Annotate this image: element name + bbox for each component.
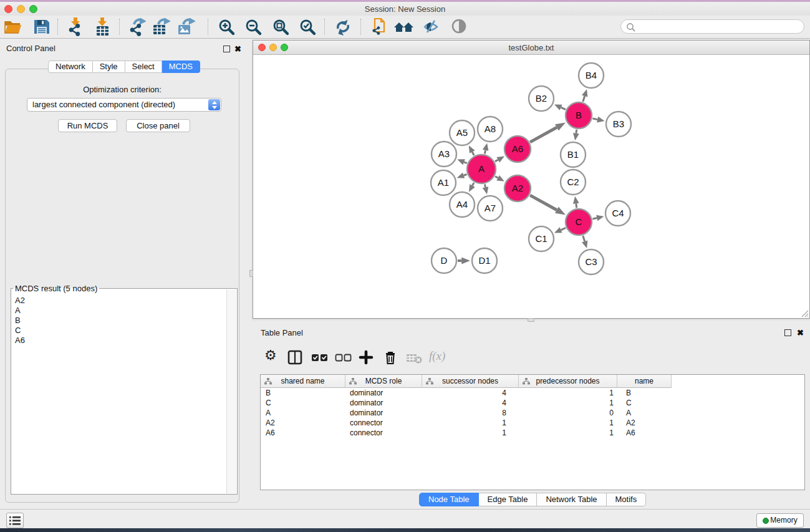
resize-grip-icon[interactable]: [801, 309, 809, 317]
zoom-out-icon[interactable]: [244, 17, 263, 36]
graph-edge-A-A6[interactable]: [495, 160, 498, 162]
export-image-icon[interactable]: [177, 17, 196, 36]
app-titlebar[interactable]: Session: New Session: [0, 2, 810, 16]
graph-edge-arrowhead: [483, 143, 489, 150]
graph-edge-A-A3[interactable]: [464, 162, 467, 163]
search-input[interactable]: [620, 19, 804, 34]
hide-graphics-details-icon[interactable]: [422, 17, 441, 36]
table-row[interactable]: Adominator80A: [261, 409, 804, 418]
memory-button[interactable]: Memory: [756, 513, 804, 528]
graph-edge-A-A5[interactable]: [472, 152, 474, 155]
zoom-fit-icon[interactable]: [271, 17, 290, 36]
mcds-result-item[interactable]: C: [12, 326, 226, 336]
window-resize-handle-bottom[interactable]: [528, 318, 534, 322]
graph-edge-A-A7[interactable]: [485, 184, 485, 187]
deselect-all-icon[interactable]: [335, 349, 351, 365]
graph-edge-B-B3[interactable]: [592, 118, 597, 120]
graph-edge-B-B1[interactable]: [576, 130, 577, 133]
table-panel-close-button[interactable]: ✖: [797, 328, 804, 337]
tab-select[interactable]: Select: [125, 60, 162, 73]
cell-shared-name: C: [261, 399, 345, 409]
network-window-titlebar[interactable]: testGlobe.txt: [253, 41, 809, 55]
import-table-icon[interactable]: [94, 17, 112, 36]
table-row[interactable]: Cdominator41C: [261, 399, 804, 409]
graph-edge-A6-B[interactable]: [530, 127, 557, 142]
task-history-button[interactable]: [6, 513, 24, 528]
column-header-name[interactable]: name: [617, 375, 672, 388]
mcds-result-item[interactable]: B: [12, 316, 226, 326]
mcds-result-list[interactable]: A2ABCA6: [12, 289, 226, 493]
graph-edge-arrowhead: [597, 117, 604, 123]
refresh-icon[interactable]: [334, 17, 352, 36]
graph-edge-C-C2[interactable]: [576, 203, 577, 208]
graph-edge-A-A2[interactable]: [495, 177, 498, 178]
mcds-result-scrollbar[interactable]: [226, 289, 236, 493]
cell-predecessor-nodes: 0: [519, 409, 617, 418]
graph-edge-C-C4[interactable]: [592, 218, 597, 220]
show-graphics-details-icon[interactable]: [450, 17, 469, 36]
zoom-selected-icon[interactable]: [298, 17, 317, 36]
network-from-file-icon[interactable]: [370, 17, 388, 36]
graph-edge-A2-C[interactable]: [530, 195, 557, 210]
control-panel-close-button[interactable]: ✖: [234, 44, 241, 54]
graph-node-label-C4: C4: [612, 208, 624, 218]
export-network-icon[interactable]: [128, 17, 147, 36]
column-header-successor-nodes[interactable]: successor nodes: [422, 375, 519, 388]
tab-motifs[interactable]: Motifs: [607, 493, 647, 506]
mcds-result-item[interactable]: A: [12, 306, 226, 316]
graph-node-label-B: B: [576, 110, 582, 120]
cell-successor-nodes: 1: [422, 428, 519, 438]
graph-edge-C-C1[interactable]: [561, 228, 566, 230]
column-header-MCDS-role[interactable]: MCDS role: [345, 375, 422, 388]
tab-network-table[interactable]: Network Table: [537, 493, 606, 506]
table-panel-float-button[interactable]: [784, 329, 791, 336]
window-resize-handle-left[interactable]: [249, 270, 253, 277]
run-mcds-button[interactable]: Run MCDS: [58, 119, 117, 132]
graph-node-label-D1: D1: [478, 255, 490, 266]
criterion-dropdown[interactable]: largest connected component (directed): [27, 98, 221, 112]
add-column-icon[interactable]: [358, 349, 374, 365]
delete-table-icon[interactable]: [405, 349, 422, 365]
import-network-icon[interactable]: [66, 17, 85, 36]
graph-edge-C-C3[interactable]: [583, 236, 585, 241]
graph-edge-B-B4[interactable]: [583, 96, 585, 102]
tab-edge-table[interactable]: Edge Table: [479, 493, 538, 506]
table-row[interactable]: A6connector11A6: [261, 428, 804, 438]
table-row[interactable]: Bdominator41B: [261, 389, 804, 399]
graph-edge-A-A8[interactable]: [485, 150, 485, 154]
graph-edge-arrowhead: [457, 173, 465, 178]
tab-node-table[interactable]: Node Table: [419, 493, 479, 506]
graph-node-label-A2: A2: [512, 183, 523, 193]
open-session-icon[interactable]: [4, 17, 22, 36]
export-table-icon[interactable]: [152, 17, 171, 36]
control-panel-title: Control Panel: [6, 44, 55, 53]
select-columns-icon[interactable]: [287, 349, 303, 365]
control-panel-float-button[interactable]: [223, 46, 230, 52]
select-all-icon[interactable]: [311, 349, 327, 365]
tab-style[interactable]: Style: [93, 60, 125, 73]
graph-edge-arrowhead: [582, 241, 587, 249]
column-header-predecessor-nodes[interactable]: predecessor nodes: [519, 375, 617, 388]
graph-edge-B-B2[interactable]: [561, 107, 566, 109]
cell-MCDS-role: connector: [345, 418, 422, 428]
table-settings-gear-icon[interactable]: ⚙: [264, 349, 281, 365]
zoom-in-icon[interactable]: [217, 17, 236, 36]
column-header-shared-name[interactable]: shared name: [261, 375, 345, 388]
tab-network[interactable]: Network: [48, 60, 93, 73]
network-graph[interactable]: B4B2BB3A5A8A6A3B1AC2A1A2A4A7C4CC1C3DD1: [254, 55, 809, 318]
graph-node-label-A5: A5: [456, 127, 468, 138]
home-icon[interactable]: [394, 17, 413, 36]
table-row[interactable]: A2connector11A2: [261, 418, 804, 428]
function-builder-button[interactable]: f(x): [429, 349, 445, 365]
mcds-result-item[interactable]: A2: [12, 296, 226, 306]
mcds-result-item[interactable]: A6: [12, 336, 226, 346]
tab-mcds[interactable]: MCDS: [162, 60, 200, 73]
graph-edge-A-A4[interactable]: [473, 183, 475, 186]
graph-node-label-A8: A8: [485, 123, 496, 134]
graph-edge-arrowhead: [461, 258, 470, 264]
save-session-icon[interactable]: [32, 17, 51, 36]
close-panel-button[interactable]: Close panel: [126, 119, 190, 132]
graph-edge-A-A1[interactable]: [464, 174, 467, 175]
delete-column-icon[interactable]: [382, 349, 398, 365]
node-table[interactable]: shared nameMCDS rolesuccessor nodesprede…: [260, 374, 805, 490]
